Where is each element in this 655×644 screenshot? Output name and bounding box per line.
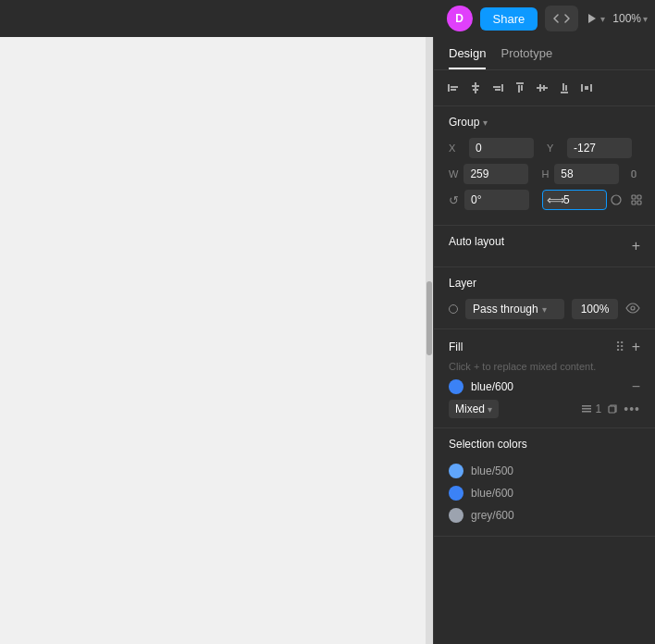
visibility-button[interactable] [625,302,640,316]
svg-rect-8 [493,86,501,88]
layer-row: Pass through ▾ [449,299,640,319]
sel-color-item-2: grey/600 [449,504,640,526]
svg-rect-4 [475,82,476,93]
corner-type-button[interactable] [609,192,624,207]
svg-rect-15 [543,85,545,91]
align-hcenter-icon [469,81,482,94]
layer-mode-icon [449,304,458,314]
y-input[interactable] [567,138,632,158]
fill-hint: Click + to replace mixed content. [449,361,640,372]
rotation-label: ↺ [449,193,459,207]
svg-rect-7 [501,84,503,92]
align-top-button[interactable] [512,80,528,96]
share-button[interactable]: Share [480,7,538,31]
svg-rect-2 [451,86,458,88]
svg-rect-29 [582,408,591,410]
y-label: Y [547,142,562,154]
svg-rect-11 [518,85,520,93]
selection-colors-section: Selection colors blue/500 blue/600 grey/… [434,428,655,537]
w-label: W [449,168,458,180]
fill-header: Fill ⠿ + [449,339,640,355]
sel-color-name-0: blue/500 [471,464,513,477]
sel-color-swatch-1[interactable] [449,486,463,501]
svg-rect-13 [537,87,548,89]
code-view-button[interactable] [545,6,578,31]
align-horizontal-center-button[interactable] [467,80,484,96]
align-right-icon [491,81,504,94]
mixed-row: Mixed ▾ 1 ••• [449,400,640,418]
svg-rect-28 [582,405,591,407]
topbar: D Share ▾ 100% ▾ [0,0,655,37]
mixed-button[interactable]: Mixed ▾ [449,400,499,418]
group-title: Group ▾ [449,116,640,129]
more-options-button[interactable]: ••• [624,402,640,416]
zoom-control[interactable]: 100% ▾ [612,12,648,25]
h-input[interactable] [554,164,619,184]
auto-layout-section: Auto layout + [434,226,655,267]
align-bottom-icon [558,81,571,94]
layer-title: Layer [449,277,640,290]
fill-grid-button[interactable]: ⠿ [615,339,624,355]
fill-color-name: blue/600 [471,380,624,393]
constrain-proportions-button[interactable] [626,166,641,182]
sel-color-swatch-0[interactable] [449,464,463,478]
add-auto-layout-button[interactable]: + [632,238,640,254]
distribute-button[interactable] [578,80,595,96]
fill-actions: ⠿ + [615,339,640,355]
mixed-count: 1 [581,402,619,415]
layer-section: Layer Pass through ▾ [434,267,655,329]
tab-design[interactable]: Design [449,46,486,69]
w-input[interactable] [463,164,528,184]
svg-marker-0 [588,14,596,23]
align-left-icon [447,81,460,94]
remove-fill-button[interactable]: − [632,379,640,394]
sel-color-item-1: blue/600 [449,482,640,504]
svg-rect-26 [637,201,641,204]
opacity-input[interactable] [572,299,618,319]
tab-prototype[interactable]: Prototype [501,46,552,69]
add-fill-button[interactable]: + [632,339,640,355]
rotation-corner-row: ↺ ⟺ [449,190,640,210]
align-left-button[interactable] [445,80,462,96]
group-section: Group ▾ X Y W H [434,106,655,226]
canvas[interactable] [0,37,433,644]
svg-rect-19 [581,84,583,92]
individual-corners-button[interactable] [629,192,644,207]
scrollbar-thumb[interactable] [426,281,432,355]
svg-point-22 [612,195,621,204]
wh-row: W H [449,164,640,184]
align-bottom-button[interactable] [556,80,573,96]
copy-icon [607,403,618,415]
sel-color-swatch-2[interactable] [449,508,463,523]
svg-rect-14 [539,84,541,92]
svg-rect-10 [516,82,524,84]
x-label: X [449,142,463,154]
corner-radius-input[interactable] [542,190,607,210]
svg-rect-16 [561,92,568,93]
svg-rect-9 [495,89,501,91]
avatar: D [447,6,473,31]
scrollbar[interactable] [426,37,433,644]
rotation-input[interactable] [464,190,529,210]
alignment-toolbar [434,70,655,106]
sel-color-name-1: blue/600 [471,487,513,500]
align-right-button[interactable] [489,80,506,96]
list-icon [581,403,592,415]
corners-icon [631,194,642,205]
fill-color-swatch[interactable] [449,379,463,394]
svg-rect-3 [451,89,456,91]
play-button[interactable]: ▾ [586,12,605,25]
play-icon [586,12,599,25]
align-vertical-center-button[interactable] [534,80,550,96]
svg-rect-23 [632,195,636,199]
svg-point-27 [631,306,635,310]
x-input[interactable] [469,138,534,158]
fill-title: Fill [449,341,463,353]
svg-rect-20 [590,84,592,92]
main-area: Design Prototype [0,37,655,644]
svg-rect-25 [632,201,636,204]
xy-row: X Y [449,138,640,158]
layer-mode-button[interactable]: Pass through ▾ [465,299,564,319]
selection-colors-title: Selection colors [449,438,640,451]
svg-rect-30 [582,411,591,413]
